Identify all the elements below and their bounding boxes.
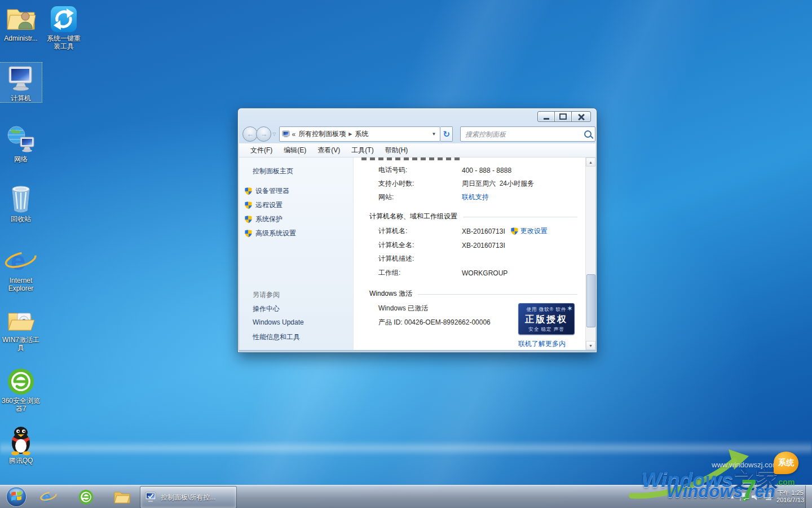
taskbar-internet-explorer[interactable]: e — [37, 485, 60, 508]
desktop-icon-win7-activator[interactable]: WIN7激活工 具 — [0, 304, 42, 352]
sidebar-task-label: 高级系统设置 — [255, 229, 296, 238]
close-icon — [578, 113, 585, 120]
refresh-button[interactable]: ↻ — [440, 126, 453, 142]
forward-button[interactable]: → — [256, 126, 271, 142]
breadcrumb-root[interactable]: 所有控制面板项 — [297, 129, 347, 139]
desktop-icon-network[interactable]: 网络 — [0, 124, 42, 163]
menu-file[interactable]: 文件(F) — [245, 144, 278, 157]
taskbar-360-browser[interactable] — [74, 485, 97, 508]
scroll-up-button[interactable]: ▲ — [586, 157, 595, 167]
search-input[interactable] — [464, 130, 582, 139]
sidebar-task-label: 远程设置 — [255, 200, 283, 210]
folder-disc-icon — [0, 304, 42, 335]
sidebar-task-label: 系统保护 — [255, 214, 283, 224]
fullname-value: XB-20160713I — [462, 242, 505, 249]
menu-tools[interactable]: 工具(T) — [346, 144, 379, 157]
back-arrow-icon: ← — [246, 130, 254, 138]
forward-arrow-icon: → — [260, 130, 267, 138]
system-content: 电话号码: 400 - 888 - 8888 支持小时数: 周日至周六 24小时… — [354, 157, 585, 350]
watermark-w7en-windows: Windows — [667, 483, 743, 500]
website-row: 网站: 联机支持 — [378, 192, 577, 202]
desktop-icon-administrator[interactable]: Administr... — [0, 3, 42, 42]
sidebar-see-also-header: 另请参阅 — [253, 290, 280, 300]
computer-icon — [0, 63, 42, 93]
close-button[interactable] — [571, 111, 591, 122]
caption-buttons — [538, 111, 591, 122]
menu-view[interactable]: 查看(V) — [312, 144, 346, 157]
user-folder-icon — [0, 3, 42, 33]
desktop-icon-tencent-qq[interactable]: 腾讯QQ — [0, 425, 42, 465]
desktop-icon-recycle-bin[interactable]: 回收站 — [0, 183, 42, 223]
desktop-icon-360-browser[interactable]: 360安全浏览 器7 — [0, 365, 42, 413]
uac-shield-icon — [245, 202, 252, 209]
sidebar-action-center[interactable]: 操作中心 — [253, 304, 280, 314]
badge-line2: 正版授权 — [518, 314, 575, 326]
uac-shield-icon — [245, 230, 252, 238]
uac-shield-icon — [511, 227, 518, 235]
sidebar-windows-update[interactable]: Windows Update — [253, 318, 304, 326]
icon-label: 计算机 — [0, 94, 42, 102]
windows-start-orb-icon — [6, 486, 27, 507]
phone-label: 电话号码: — [378, 165, 462, 175]
address-dropdown-icon[interactable]: ▼ — [430, 132, 438, 137]
scroll-down-button[interactable]: ▼ — [586, 341, 595, 350]
back-button[interactable]: ← — [242, 126, 258, 142]
hours-label: 支持小时数: — [378, 179, 462, 189]
sidebar-system-protection[interactable]: 系统保护 — [245, 214, 283, 224]
recent-pages-dropdown-icon[interactable]: ▽ — [272, 132, 276, 137]
address-bar[interactable]: « 所有控制面板项 ▶ 系统 ▼ — [279, 126, 440, 142]
icon-label: Administr... — [0, 34, 42, 42]
sidebar-advanced-settings[interactable]: 高级系统设置 — [245, 229, 296, 238]
sidebar-control-panel-home[interactable]: 控制面板主页 — [253, 167, 293, 176]
breadcrumb-chevrons[interactable]: « — [290, 130, 297, 138]
badge-line3: 安全 稳定 声誉 — [518, 326, 575, 333]
genuine-microsoft-badge[interactable]: ✶ 使用 微软® 软件 正版授权 安全 稳定 声誉 — [518, 303, 575, 335]
computer-name-label: 计算机名: — [378, 226, 462, 236]
learn-more-online-link[interactable]: 联机了解更多内容... — [518, 339, 577, 350]
watermark-w7en-com: .com — [776, 478, 795, 487]
badge-line1: 使用 微软® 软件 — [518, 306, 575, 313]
desktop-icon-reinstall-tool[interactable]: 系统一键重 装工具 — [43, 3, 85, 50]
menu-edit[interactable]: 编辑(E) — [278, 144, 312, 157]
computer-description-row: 计算机描述: — [378, 254, 577, 264]
breadcrumb-current[interactable]: 系统 — [353, 129, 370, 139]
uac-shield-icon — [245, 187, 252, 195]
network-icon — [0, 124, 42, 154]
start-button[interactable] — [5, 485, 28, 508]
badge-star-icon: ✶ — [567, 304, 573, 313]
section-divider — [418, 294, 577, 295]
icon-label: 360安全浏览 器7 — [0, 397, 42, 413]
desktop-icon-internet-explorer[interactable]: e Internet Explorer — [0, 245, 42, 292]
maximize-button[interactable] — [554, 111, 572, 122]
show-desktop-button[interactable] — [805, 485, 812, 508]
taskbar-explorer-folder[interactable] — [111, 485, 133, 508]
computer-name-section-header: 计算机名称、域和工作组设置 — [369, 212, 577, 221]
folder-icon — [113, 490, 131, 504]
icon-label: 网络 — [0, 155, 42, 163]
sidebar-device-manager[interactable]: 设备管理器 — [245, 186, 289, 196]
sidebar-performance-tools[interactable]: 性能信息和工具 — [253, 332, 300, 342]
qq-penguin-icon — [0, 425, 42, 456]
change-settings-link[interactable]: 更改设置 — [520, 226, 548, 236]
minimize-icon — [544, 118, 549, 120]
svg-text:e: e — [42, 489, 50, 505]
change-settings[interactable]: 更改设置 — [511, 226, 548, 236]
search-box — [460, 126, 595, 142]
icon-label: 回收站 — [0, 215, 42, 223]
workgroup-label: 工作组: — [378, 268, 462, 278]
online-support-link[interactable]: 联机支持 — [462, 192, 489, 202]
search-icon[interactable] — [584, 130, 592, 138]
sidebar-remote-settings[interactable]: 远程设置 — [245, 200, 283, 210]
website-label: 网站: — [378, 192, 462, 202]
icon-label: 系统一键重 装工具 — [43, 34, 85, 50]
maximize-icon — [559, 113, 567, 120]
section-title: Windows 激活 — [369, 289, 412, 299]
scrollbar-thumb[interactable] — [586, 274, 595, 327]
icon-label: Internet Explorer — [0, 277, 42, 292]
wallpaper-light-streak — [0, 440, 812, 456]
minimize-button[interactable] — [537, 111, 555, 122]
taskbar-task-control-panel[interactable]: 控制面板\所有控... — [140, 486, 237, 508]
desktop-icon-computer[interactable]: 计算机 — [0, 63, 42, 102]
menu-help[interactable]: 帮助(H) — [379, 144, 414, 157]
workgroup-value: WORKGROUP — [462, 269, 508, 277]
